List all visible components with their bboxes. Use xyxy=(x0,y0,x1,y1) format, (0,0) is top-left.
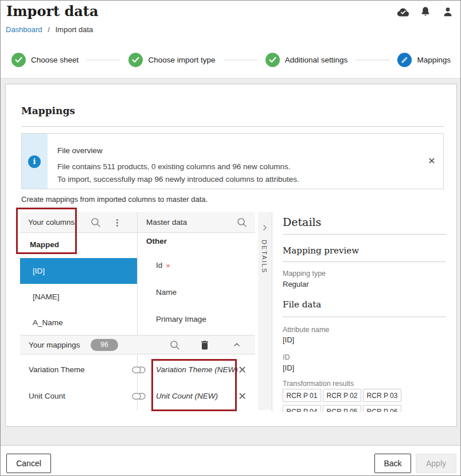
breadcrumb-current: Import data xyxy=(55,25,93,34)
import-data-window: Import data Dashboard / Import data Choo… xyxy=(0,0,461,476)
info-icon: i xyxy=(28,155,41,168)
your-mappings-bar: Your mappings 96 xyxy=(20,335,255,354)
cloud-check-icon[interactable] xyxy=(396,5,410,19)
column-row-id[interactable]: [ID] xyxy=(20,258,137,284)
back-button[interactable]: Back xyxy=(374,454,411,473)
transformation-chip: RCR P 05 xyxy=(323,405,361,412)
divider xyxy=(283,234,446,235)
id-label: ID xyxy=(283,353,290,361)
step-connector xyxy=(355,60,389,60)
step-label: Mappings xyxy=(417,56,451,64)
details-tab-label: DETAILS xyxy=(261,240,268,274)
master-data-header: Master data xyxy=(137,212,255,233)
remove-mapping-icon[interactable]: ✕ xyxy=(238,357,247,383)
attribute-name-value: [ID] xyxy=(283,335,294,344)
attribute-name-label: Attribute name xyxy=(283,326,329,334)
close-icon[interactable]: × xyxy=(428,154,435,166)
chevron-up-icon[interactable] xyxy=(232,340,241,349)
step-done-check-icon xyxy=(11,53,26,67)
instruction-text: Create mappings from imported columns to… xyxy=(21,195,208,204)
breadcrumb: Dashboard / Import data xyxy=(6,25,93,34)
mapping-target: Variation Theme (NEW) xyxy=(156,357,238,383)
apply-button[interactable]: Apply xyxy=(416,454,456,473)
divider xyxy=(21,126,444,127)
mapping-type-label: Mapping type xyxy=(283,270,326,278)
your-columns-label: Your columns xyxy=(28,212,75,232)
section-title: Mappings xyxy=(21,105,75,116)
chevron-right-icon xyxy=(262,223,268,228)
search-icon[interactable] xyxy=(169,340,181,351)
file-data-title: File data xyxy=(283,299,321,310)
app-header: Import data Dashboard / Import data xyxy=(1,1,461,42)
transformation-chip: RCR P 01 xyxy=(283,389,321,402)
info-strip: i xyxy=(22,134,48,189)
info-box-line1: File contains 511 products, 0 existing c… xyxy=(57,162,290,171)
master-item-primary-image[interactable]: Primary Image xyxy=(156,315,206,323)
transformation-results-label: Transformation results xyxy=(283,380,354,388)
link-icon xyxy=(132,392,146,401)
header-icons xyxy=(396,5,455,19)
master-item-name[interactable]: Name xyxy=(156,288,177,296)
kebab-menu-icon[interactable] xyxy=(112,217,122,228)
page-title: Import data xyxy=(6,3,98,19)
mapping-source: Unit Count xyxy=(29,383,65,409)
mappings-card: Mappings i File overview File contains 5… xyxy=(5,84,457,427)
step-mappings[interactable]: Mappings xyxy=(397,53,451,67)
trash-icon[interactable] xyxy=(199,340,210,351)
required-star-icon: ★ xyxy=(165,262,171,269)
transformation-chip-row: RCR P 04 RCR P 05 RCR P 06 xyxy=(283,405,401,412)
info-box-title: File overview xyxy=(57,146,103,155)
cancel-button[interactable]: Cancel xyxy=(6,454,51,473)
breadcrumb-dashboard-link[interactable]: Dashboard xyxy=(6,25,42,34)
mapping-type-value: Regular xyxy=(283,280,309,288)
divider xyxy=(283,262,446,262)
info-box-line2: To import, successfully map 96 newly int… xyxy=(57,175,299,184)
transformation-chip: RCR P 02 xyxy=(323,389,361,402)
mapping-target: Unit Count (NEW) xyxy=(156,383,218,409)
step-done-check-icon xyxy=(128,53,143,67)
bell-icon[interactable] xyxy=(419,5,432,19)
mapped-group-label: Mapped xyxy=(30,240,59,249)
transformation-chip: RCR P 04 xyxy=(283,405,321,412)
user-icon[interactable] xyxy=(441,5,455,19)
mapping-source: Variation Theme xyxy=(29,357,85,383)
step-choose-import-type[interactable]: Choose import type xyxy=(128,53,215,67)
mapping-row-unit-count: Unit Count Unit Count (NEW) ✕ xyxy=(20,383,256,409)
mapping-preview-title: Mapping preview xyxy=(283,245,359,256)
step-label: Choose sheet xyxy=(31,56,79,64)
wizard-stepper: Choose sheet Choose import type Addition… xyxy=(1,42,461,79)
footer-bar: Cancel Back Apply xyxy=(1,445,461,476)
column-row-a-name[interactable]: A_Name xyxy=(20,310,137,335)
mappings-list: Variation Theme Variation Theme (NEW) ✕ … xyxy=(20,357,256,409)
details-panel: Details Mapping preview Mapping type Reg… xyxy=(272,212,457,412)
step-label: Additional settings xyxy=(285,56,348,64)
master-data-label: Master data xyxy=(146,212,187,232)
mapping-row-variation-theme: Variation Theme Variation Theme (NEW) ✕ xyxy=(20,357,256,383)
step-done-check-icon xyxy=(265,53,280,67)
your-columns-header: Your columns xyxy=(20,212,137,233)
step-connector xyxy=(87,60,120,60)
link-icon xyxy=(132,365,146,374)
transformation-chip-row: RCR P 01 RCR P 02 RCR P 03 xyxy=(283,389,401,402)
details-title: Details xyxy=(283,216,321,228)
column-row-name[interactable]: [NAME] xyxy=(20,284,137,310)
step-choose-sheet[interactable]: Choose sheet xyxy=(11,53,79,67)
remove-mapping-icon[interactable]: ✕ xyxy=(238,383,247,409)
step-connector xyxy=(224,60,257,60)
search-icon[interactable] xyxy=(90,217,101,228)
details-collapse-strip[interactable]: DETAILS xyxy=(258,212,272,410)
file-overview-info-box: i File overview File contains 511 produc… xyxy=(21,133,444,189)
step-current-pencil-icon xyxy=(397,53,412,67)
transformation-chip: RCR P 03 xyxy=(363,389,401,402)
divider xyxy=(283,317,446,317)
step-additional-settings[interactable]: Additional settings xyxy=(265,53,348,67)
breadcrumb-separator: / xyxy=(48,25,50,34)
other-group-label: Other xyxy=(146,237,167,245)
your-mappings-label: Your mappings xyxy=(29,335,80,354)
step-label: Choose import type xyxy=(148,56,215,64)
master-item-id[interactable]: Id★ xyxy=(156,261,171,270)
transformation-chip: RCR P 06 xyxy=(363,405,401,412)
id-value: [ID] xyxy=(283,364,294,372)
search-icon[interactable] xyxy=(236,217,248,228)
mappings-count-badge: 96 xyxy=(91,339,118,351)
